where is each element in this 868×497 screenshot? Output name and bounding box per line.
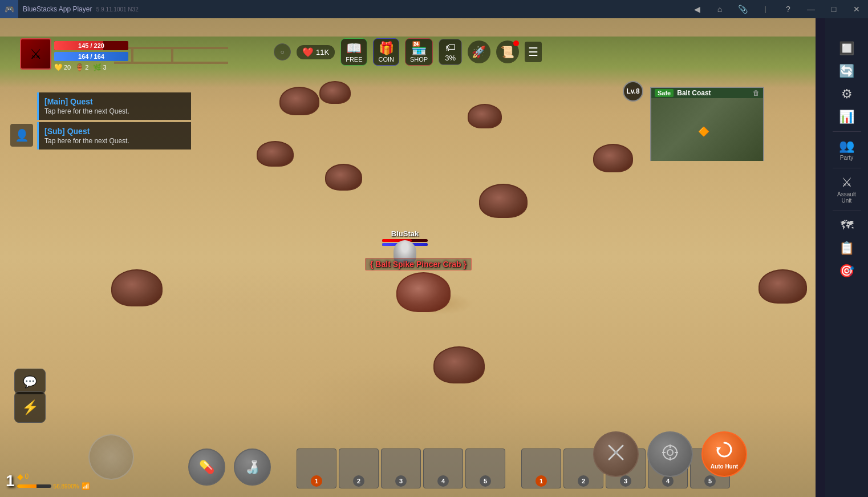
player-level: 1 [6,472,15,490]
fence-decoration [114,47,228,64]
skill-slot-1-4[interactable]: 4 [423,448,463,488]
enemy-crab[interactable] [479,184,528,218]
action2-icon: 🍶 [245,460,260,475]
sidebar-btn-6[interactable]: 📋 [830,237,864,259]
help-button[interactable]: ? [777,0,800,18]
main-quest-title: [Main] Quest [44,97,185,106]
safe-badge: Safe [655,89,674,97]
sidebar-icon-6: 📋 [839,241,854,256]
skill-slot2-number-5: 5 [704,475,716,487]
skill-slot-1-3[interactable]: 3 [381,448,421,488]
sidebar-btn-3[interactable]: ⚙ [830,83,864,105]
skill-slot-number-1: 1 [311,475,322,487]
auto-hunt-button[interactable]: Auto Hunt [701,431,747,477]
scroll-icon-button[interactable]: 📜 [496,41,519,63]
svg-point-4 [667,450,673,455]
sidebar-icon-5: 🗺 [841,218,853,233]
resource2-val: 2 [85,64,88,71]
hamburger-menu-button[interactable]: ☰ [525,42,542,62]
shop-free-label: FREE [346,56,362,63]
sidebar-icon-7: 🎯 [839,264,854,278]
map-delete-icon[interactable]: 🗑 [753,89,760,97]
notification-circle[interactable]: ○ [274,43,291,60]
main-quest-item[interactable]: [Main] Quest Tap here for the next Quest… [37,92,191,120]
shop-button[interactable]: 🏪 SHOP [405,38,433,66]
attack-icon [606,442,626,466]
sidebar-btn-1[interactable]: 🔲 [830,38,864,59]
maximize-button[interactable]: □ [822,0,845,18]
pin-button[interactable]: 📎 [731,0,754,18]
sidebar-assault-button[interactable]: ⚔ Assault Unit [830,172,864,207]
enemy-crab[interactable] [593,144,633,172]
action1-icon: 💊 [199,460,214,475]
shop-free-icon: 📖 [346,41,362,56]
shop-coin-button[interactable]: 🎁 COIN [374,38,400,66]
enemy-crab[interactable] [468,104,502,128]
joystick[interactable] [88,434,134,480]
game-viewport[interactable]: BluStak Balt Spike Pincer Crab ⚔ 145 / 2… [0,18,816,497]
back-button[interactable]: ◀ [686,0,708,18]
enemy-crab-combat[interactable] [396,272,451,312]
enemy-crab[interactable] [325,164,362,191]
auto-hunt-icon [714,439,735,463]
mp-bar-container: 164 / 164 [54,52,128,61]
currency-display: ❤️ 11K [297,45,335,59]
enemy-crab[interactable] [433,346,485,383]
skill-slot-1-1[interactable]: 1 [297,448,336,488]
skill-group-1: 1 2 3 4 5 [297,448,505,488]
player-name: BluStak [391,229,419,238]
enemy-crab[interactable] [111,269,163,306]
hp-bar-container: 145 / 220 [54,41,128,50]
assault-icon: ⚔ [841,175,853,190]
resource3-val: 3 [103,64,106,71]
sidebar-icon-3: ⚙ [841,87,853,102]
currency-value: 11K [316,48,329,56]
enemy-label[interactable]: Balt Spike Pincer Crab [365,258,472,270]
sidebar-icon-1: 🔲 [839,41,854,56]
wifi-icon: 📶 [82,482,90,490]
character-stats: ⚔ 145 / 220 164 / 164 💛 20 🏺 [20,38,51,70]
enemy-crab[interactable] [319,81,351,104]
skill-slot-2-1[interactable]: 1 [521,448,561,488]
enemy-crab[interactable] [279,87,319,115]
launch-icon-button[interactable]: 🚀 [468,41,490,63]
char-portrait[interactable]: ⚔ [20,38,51,70]
resource-item-2: 🏺 2 [75,63,88,71]
sub-quest-item[interactable]: [Sub] Quest Tap here for the next Quest. [37,122,191,149]
home-button[interactable]: ⌂ [708,0,731,18]
shop-free-button[interactable]: 📖 FREE [340,38,367,66]
close-button[interactable]: ✕ [845,0,868,18]
percent-value: 3% [445,54,456,62]
right-sidebar: 🔲 🔄 ⚙ 📊 👥 Party ⚔ Assault Unit 🗺 📋 🎯 [825,18,868,497]
sidebar-btn-2[interactable]: 🔄 [830,60,864,82]
chat-button[interactable]: 💬 [14,369,46,394]
exp-area: 1 ◆ 0 56.8900% 📶 [6,472,90,490]
sidebar-btn-4[interactable]: 📊 [830,106,864,128]
attack-button[interactable] [593,431,639,477]
char-skill-icon[interactable]: 👤 [10,124,33,147]
sidebar-btn-7[interactable]: 🎯 [830,260,864,282]
enemy-crab[interactable] [257,141,294,167]
minimize-button[interactable]: — [800,0,822,18]
enemy-crab[interactable] [759,269,807,304]
title-buttons: ◀ ⌂ 📎 | ? — □ ✕ [686,0,868,18]
sidebar-btn-5[interactable]: 🗺 [830,215,864,236]
skill-slot-1-5[interactable]: 5 [465,448,505,488]
skill-slot-1-2[interactable]: 2 [339,448,379,488]
mp-text: 164 / 164 [54,52,128,61]
lightning-button[interactable]: ⚡ [14,391,46,423]
skill-slot2-number-2: 2 [578,475,589,487]
titlebar: 🎮 BlueStacks App Player 5.9.11.1001 N32 … [0,0,868,18]
hp-text: 145 / 220 [54,41,128,50]
sidebar-party-button[interactable]: 👥 Party [830,135,864,164]
sidebar-icon-2: 🔄 [839,64,854,79]
sidebar-divider-3 [833,211,861,211]
exp-column: ◆ 0 56.8900% 📶 [17,472,90,490]
target-button[interactable] [647,431,693,477]
action-button-1[interactable]: 💊 [188,448,225,486]
percent-badge[interactable]: 🏷 3% [439,39,462,65]
map-content[interactable]: Lv.8 🔶 [651,98,763,161]
action-button-2[interactable]: 🍶 [234,448,271,486]
app-title: BlueStacks App Player 5.9.11.1001 N32 [18,5,686,13]
sidebar-divider-2 [833,168,861,168]
